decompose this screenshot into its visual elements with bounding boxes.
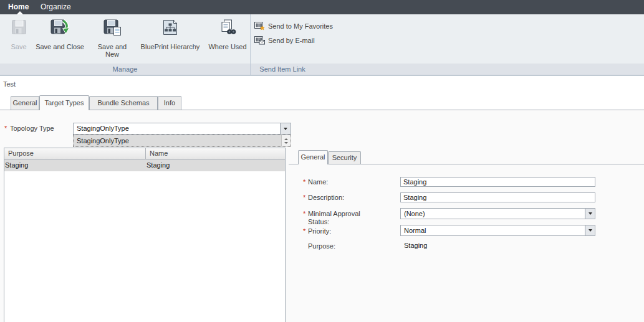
- name-label: Name:: [308, 178, 328, 186]
- ribbon-group-label-send-item-link: Send Item Link: [250, 64, 315, 75]
- topology-type-value: StagingOnlyType: [74, 123, 291, 134]
- save-and-new-button-label: Save and New: [94, 43, 131, 58]
- description-required-asterisk: *: [303, 194, 305, 201]
- target-types-table: Purpose Name Staging Staging: [4, 148, 286, 322]
- save-and-new-icon: [94, 19, 131, 36]
- topology-type-dropdown-list[interactable]: StagingOnlyType: [73, 135, 291, 147]
- priority-required-asterisk: *: [303, 227, 305, 235]
- send-by-email-label: Send by E-mail: [268, 37, 315, 44]
- description-input[interactable]: [400, 192, 595, 202]
- topology-list-scrollbar[interactable]: [281, 135, 291, 146]
- send-to-my-favorites-label: Send to My Favorites: [268, 22, 333, 30]
- menu-bar: Home Organize: [0, 0, 644, 14]
- blueprint-hierarchy-button[interactable]: BluePrint Hierarchy: [136, 19, 204, 50]
- minimal-approval-status-required-asterisk: *: [303, 210, 305, 217]
- minimal-approval-status-value: (None): [401, 209, 595, 219]
- priority-label: Priority:: [308, 227, 331, 235]
- ribbon-toolbar: Manage Send Item Link Save Sa: [0, 14, 644, 76]
- blueprint-hierarchy-button-label: BluePrint Hierarchy: [136, 43, 204, 50]
- name-input[interactable]: [400, 177, 595, 187]
- tab-general[interactable]: General: [11, 96, 39, 110]
- where-used-icon: [204, 19, 251, 36]
- table-row[interactable]: Staging Staging: [4, 159, 285, 171]
- scroll-down-icon: [284, 142, 288, 144]
- table-cell-name: Staging: [147, 159, 285, 171]
- topology-type-label: Topology Type: [10, 125, 54, 132]
- tab-target-types[interactable]: Target Types: [39, 95, 89, 110]
- priority-select[interactable]: Normal: [400, 225, 595, 236]
- topology-type-required-asterisk: *: [4, 125, 7, 132]
- content-pane: * Topology Type StagingOnlyType StagingO…: [0, 110, 644, 322]
- table-header-row: Purpose Name: [4, 148, 285, 159]
- menu-tab-organize[interactable]: Organize: [41, 0, 71, 14]
- item-title: Test: [3, 80, 16, 88]
- save-and-close-button-label: Save and Close: [34, 43, 86, 50]
- where-used-button-label: Where Used: [204, 43, 251, 50]
- name-required-asterisk: *: [303, 178, 305, 186]
- topology-type-dropdown-button[interactable]: [280, 123, 291, 134]
- save-and-close-icon: [34, 19, 86, 36]
- send-to-my-favorites-button[interactable]: Send to My Favorites: [254, 21, 333, 31]
- priority-dropdown-button[interactable]: [585, 225, 595, 235]
- where-used-button[interactable]: Where Used: [204, 19, 251, 50]
- blueprint-hierarchy-icon: [136, 19, 204, 36]
- minimal-approval-status-select[interactable]: (None): [400, 208, 595, 219]
- topology-type-list-item[interactable]: StagingOnlyType: [74, 135, 291, 146]
- table-cell-purpose: Staging: [4, 159, 147, 171]
- chevron-down-icon: [589, 212, 592, 215]
- ribbon-group-label-manage: Manage: [0, 64, 250, 75]
- send-by-email-button[interactable]: Send by E-mail: [254, 36, 315, 45]
- detail-tab-security[interactable]: Security: [328, 151, 361, 164]
- minimal-approval-status-label: Minimal Approval Status:: [308, 210, 370, 226]
- detail-tab-general[interactable]: General: [298, 150, 328, 164]
- description-label: Description:: [308, 194, 344, 201]
- scroll-up-icon: [284, 138, 288, 140]
- table-header-name[interactable]: Name: [146, 148, 285, 159]
- tab-info[interactable]: Info: [158, 96, 181, 110]
- chevron-down-icon: [589, 229, 592, 232]
- priority-value: Normal: [401, 225, 595, 235]
- save-and-close-button[interactable]: Save and Close: [34, 19, 86, 50]
- tab-bundle-schemas[interactable]: Bundle Schemas: [89, 96, 158, 110]
- save-and-new-button[interactable]: Save and New: [94, 19, 131, 58]
- send-to-my-favorites-icon: [254, 21, 265, 32]
- save-button[interactable]: Save: [5, 19, 32, 50]
- detail-tabs-baseline: [289, 164, 644, 164]
- purpose-label: Purpose:: [308, 242, 335, 250]
- minimal-approval-status-dropdown-button[interactable]: [585, 209, 595, 219]
- save-icon: [5, 19, 32, 36]
- send-by-email-icon: [254, 35, 265, 46]
- chevron-down-icon: [284, 128, 287, 130]
- table-header-purpose[interactable]: Purpose: [4, 148, 146, 159]
- page-tabs-baseline: [0, 110, 644, 110]
- purpose-value: Staging: [404, 242, 427, 249]
- save-button-label: Save: [5, 43, 32, 50]
- topology-type-combobox[interactable]: StagingOnlyType: [73, 123, 291, 135]
